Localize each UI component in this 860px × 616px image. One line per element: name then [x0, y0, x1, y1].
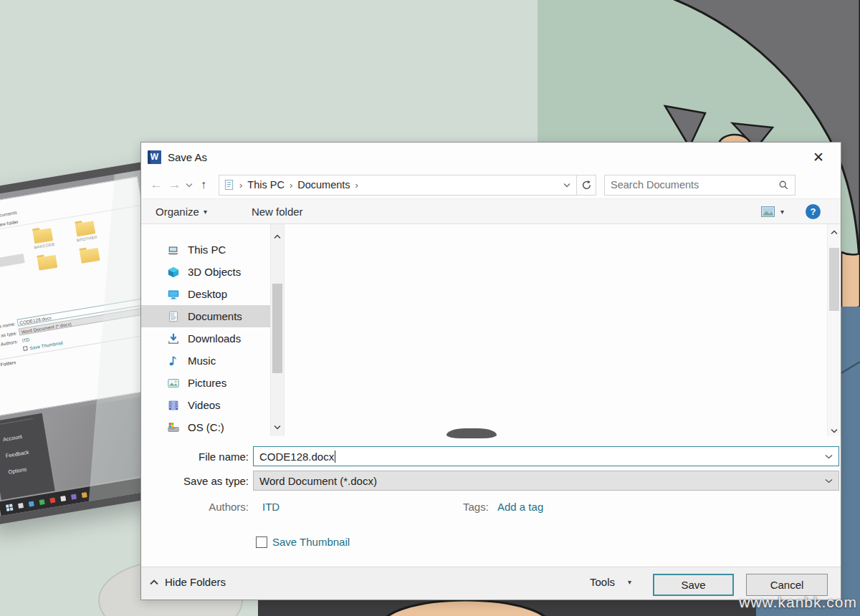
back-icon[interactable]: ←	[147, 178, 166, 192]
sidebar-item-os-c[interactable]: OS (C:)	[141, 416, 270, 438]
navigation-bar: ← → ↑ › This PC › Documents ›	[141, 171, 841, 198]
up-icon[interactable]: ↑	[194, 178, 213, 191]
command-toolbar: Organize ▾ New folder ▾ ?	[141, 198, 841, 224]
filelist-scroll-thumb[interactable]	[829, 248, 839, 311]
breadcrumb-this-pc[interactable]: This PC	[247, 179, 285, 191]
save-as-type-chevron-icon	[825, 478, 833, 483]
help-icon[interactable]: ?	[806, 204, 821, 219]
this-pc-icon	[167, 244, 180, 256]
illustration-smudge	[446, 428, 497, 438]
sidebar-item-documents[interactable]: Documents	[141, 305, 270, 327]
authors-label: Authors:	[206, 501, 249, 513]
sidebar-item-music[interactable]: Music	[141, 350, 270, 372]
search-box	[604, 175, 796, 196]
mini-folder-icon	[32, 228, 53, 244]
sidebar-item-pictures[interactable]: Pictures	[141, 372, 270, 394]
view-mode-caret-icon[interactable]: ▾	[780, 208, 784, 216]
sidebar-item-downloads[interactable]: Downloads	[141, 327, 270, 350]
file-list-area[interactable]	[285, 224, 841, 436]
close-icon[interactable]: ✕	[808, 146, 829, 168]
tools-button[interactable]: Tools ▾	[590, 576, 631, 588]
chevron-up-icon	[150, 579, 158, 585]
save-thumbnail-option: Save Thumbnail	[256, 536, 350, 548]
breadcrumb-documents[interactable]: Documents	[297, 179, 350, 191]
new-folder-button[interactable]: New folder	[252, 206, 303, 218]
desktop-icon	[167, 288, 180, 301]
sidebar-scrollbar[interactable]	[270, 224, 285, 436]
music-icon	[167, 355, 180, 367]
view-mode-icon[interactable]	[761, 206, 775, 217]
mini-folder-icon	[75, 221, 96, 236]
location-icon	[224, 179, 234, 191]
cancel-button[interactable]: Cancel	[746, 574, 828, 596]
save-thumbnail-checkbox[interactable]	[256, 536, 267, 548]
organize-caret-icon: ▾	[204, 208, 207, 216]
search-input[interactable]	[611, 179, 778, 191]
sidebar-item-3d-objects[interactable]: 3D Objects	[141, 261, 270, 283]
mini-checkbox	[23, 346, 28, 351]
save-button[interactable]: Save	[653, 574, 734, 596]
sidebar-item-this-pc[interactable]: This PC	[141, 239, 270, 261]
pictures-icon	[167, 377, 180, 390]
tools-caret-icon: ▾	[628, 578, 631, 586]
scroll-up-icon[interactable]	[271, 230, 284, 243]
forward-icon[interactable]: →	[166, 178, 184, 192]
save-thumbnail-label[interactable]: Save Thumbnail	[272, 536, 350, 548]
titlebar: W Save As ✕	[141, 143, 841, 171]
mini-folder-icon	[80, 248, 100, 264]
refresh-icon[interactable]	[577, 175, 596, 196]
dialog-footer: Hide Folders Tools ▾ Save Cancel	[141, 567, 841, 600]
search-icon[interactable]	[778, 180, 789, 191]
downloads-icon	[167, 332, 180, 345]
os-c-drive-icon	[167, 421, 180, 434]
file-name-dropdown-chevron-icon[interactable]	[825, 454, 833, 459]
address-dropdown-chevron-icon[interactable]	[563, 183, 572, 188]
scroll-down-icon[interactable]	[271, 420, 284, 433]
window-title: Save As	[168, 151, 207, 163]
hide-folders-button[interactable]: Hide Folders	[150, 576, 226, 588]
tags-label: Tags:	[463, 501, 489, 513]
authors-value[interactable]: ITD	[262, 501, 280, 513]
scroll-up-icon[interactable]	[828, 230, 841, 235]
sidebar-item-desktop[interactable]: Desktop	[141, 283, 270, 305]
save-as-dialog: W Save As ✕ ← → ↑ › This PC › Documents …	[140, 142, 841, 600]
3d-objects-icon	[167, 266, 180, 279]
address-bar[interactable]: › This PC › Documents ›	[219, 175, 577, 196]
documents-icon	[167, 310, 180, 323]
file-name-label: File name:	[141, 451, 249, 463]
scroll-down-icon[interactable]	[828, 428, 841, 433]
watermark: www.kanbk.com	[739, 594, 857, 611]
text-caret	[335, 451, 335, 463]
save-as-type-select[interactable]: Word Document (*.docx)	[253, 471, 839, 491]
organize-button[interactable]: Organize ▾	[156, 206, 207, 218]
word-app-icon: W	[148, 150, 161, 164]
mini-folder-icon	[37, 255, 58, 271]
add-a-tag-link[interactable]: Add a tag	[497, 501, 543, 513]
file-name-input[interactable]: CODE128.docx	[253, 446, 839, 466]
videos-icon	[167, 399, 180, 412]
navigation-pane: This PC 3D Objects Desktop	[141, 224, 270, 436]
recent-locations-chevron-icon[interactable]	[186, 183, 193, 188]
cartoon-neck	[841, 252, 860, 312]
sidebar-item-videos[interactable]: Videos	[141, 394, 270, 416]
mini-start-icon	[6, 504, 13, 511]
browser-content: This PC 3D Objects Desktop	[141, 224, 841, 436]
filelist-scrollbar[interactable]	[827, 224, 841, 436]
save-as-type-label: Save as type:	[141, 475, 249, 487]
cartoon-shoulder	[841, 307, 860, 616]
sidebar-scroll-thumb[interactable]	[272, 284, 282, 373]
